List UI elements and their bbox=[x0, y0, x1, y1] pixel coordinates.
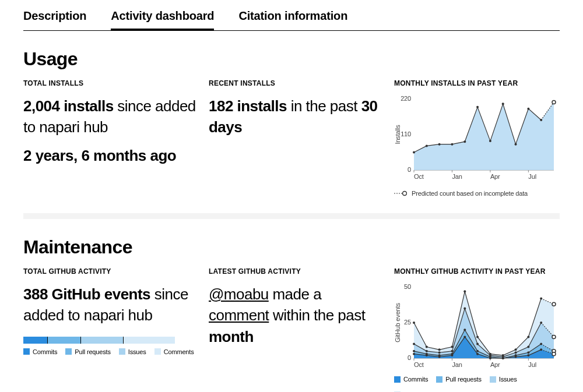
svg-point-23 bbox=[540, 119, 542, 121]
svg-point-74 bbox=[540, 343, 542, 345]
svg-text:Apr: Apr bbox=[490, 173, 500, 180]
svg-point-69 bbox=[476, 350, 479, 352]
svg-point-15 bbox=[438, 143, 441, 146]
svg-point-53 bbox=[426, 350, 428, 352]
svg-point-63 bbox=[552, 335, 556, 338]
svg-point-18 bbox=[476, 106, 479, 108]
usage-heading: Usage bbox=[23, 48, 560, 70]
svg-text:0: 0 bbox=[408, 166, 411, 173]
svg-text:25: 25 bbox=[404, 319, 411, 326]
svg-point-48 bbox=[515, 348, 517, 351]
svg-text:Installs: Installs bbox=[394, 125, 401, 144]
monthly-installs-chart-block: MONTHLY INSTALLS IN PAST YEAR 0110220Ins… bbox=[394, 79, 557, 197]
svg-point-20 bbox=[502, 103, 504, 105]
bar-issues bbox=[81, 337, 124, 344]
svg-text:Jan: Jan bbox=[452, 173, 462, 180]
total-github-label: TOTAL GITHUB ACTIVITY bbox=[23, 267, 198, 276]
svg-point-50 bbox=[540, 298, 542, 300]
svg-point-19 bbox=[489, 140, 491, 142]
svg-point-17 bbox=[463, 140, 466, 143]
svg-point-61 bbox=[527, 345, 529, 348]
svg-point-62 bbox=[540, 322, 542, 324]
svg-point-14 bbox=[426, 144, 428, 147]
monthly-github-chart-label: MONTHLY GITHUB ACTIVITY IN PAST YEAR bbox=[394, 267, 557, 276]
swatch-issues-2 bbox=[490, 376, 496, 383]
latest-github-block: LATEST GITHUB ACTIVITY @moabu made a com… bbox=[209, 267, 384, 347]
bar-comments bbox=[124, 337, 175, 344]
section-divider bbox=[23, 213, 560, 219]
svg-point-86 bbox=[540, 348, 542, 351]
svg-point-80 bbox=[463, 336, 466, 338]
bar-commits bbox=[23, 337, 48, 344]
svg-point-16 bbox=[451, 143, 453, 146]
latest-github-text: @moabu made a comment within the past mo… bbox=[209, 284, 384, 347]
bar-prs bbox=[48, 337, 81, 344]
latest-github-label: LATEST GITHUB ACTIVITY bbox=[209, 267, 384, 276]
svg-point-78 bbox=[438, 356, 441, 358]
tabs: Description Activity dashboard Citation … bbox=[23, 0, 560, 31]
svg-point-54 bbox=[438, 351, 441, 354]
tab-activity-dashboard[interactable]: Activity dashboard bbox=[111, 5, 214, 31]
activity-breakdown-bar bbox=[23, 337, 175, 344]
svg-point-85 bbox=[527, 354, 529, 356]
svg-point-40 bbox=[413, 322, 415, 324]
github-chart-legend: Commits Pull requests Issues Comments bbox=[394, 376, 557, 392]
maintenance-heading: Maintenance bbox=[23, 236, 560, 258]
recent-installs-block: RECENT INSTALLS 182 installs in the past… bbox=[209, 79, 384, 138]
svg-text:50: 50 bbox=[404, 284, 411, 290]
svg-text:Jul: Jul bbox=[528, 361, 536, 368]
svg-point-83 bbox=[502, 357, 504, 359]
tab-citation-information[interactable]: Citation information bbox=[238, 5, 347, 30]
total-github-block: TOTAL GITHUB ACTIVITY 388 GitHub events … bbox=[23, 267, 198, 355]
svg-text:Oct: Oct bbox=[414, 173, 424, 180]
svg-point-87 bbox=[552, 352, 556, 356]
monthly-github-chart-block: MONTHLY GITHUB ACTIVITY IN PAST YEAR 025… bbox=[394, 267, 557, 392]
svg-point-56 bbox=[463, 308, 466, 310]
svg-point-79 bbox=[451, 354, 453, 356]
recent-installs-label: RECENT INSTALLS bbox=[209, 79, 384, 87]
svg-text:Oct: Oct bbox=[414, 361, 424, 368]
svg-point-84 bbox=[515, 356, 517, 358]
svg-point-57 bbox=[476, 343, 479, 345]
activity-breakdown-legend: Commits Pull requests Issues Comments bbox=[23, 348, 198, 355]
svg-text:Apr: Apr bbox=[490, 361, 500, 368]
svg-point-82 bbox=[489, 357, 491, 359]
swatch-issues bbox=[119, 348, 125, 355]
svg-point-13 bbox=[413, 151, 415, 154]
svg-point-81 bbox=[476, 353, 479, 355]
total-installs-text: 2,004 installs since added to napari hub bbox=[23, 96, 198, 138]
svg-point-42 bbox=[438, 348, 441, 351]
swatch-comments bbox=[154, 348, 161, 355]
svg-point-24 bbox=[552, 101, 556, 104]
total-github-text: 388 GitHub events since added to napari … bbox=[23, 284, 198, 326]
svg-point-22 bbox=[527, 108, 529, 110]
svg-point-73 bbox=[527, 351, 529, 354]
swatch-commits-2 bbox=[394, 376, 401, 383]
swatch-prs-2 bbox=[436, 376, 442, 383]
total-installs-age: 2 years, 6 months ago bbox=[23, 145, 198, 166]
svg-point-41 bbox=[426, 345, 428, 348]
total-installs-label: TOTAL INSTALLS bbox=[23, 79, 198, 87]
svg-point-21 bbox=[515, 143, 517, 146]
monthly-installs-chart-label: MONTHLY INSTALLS IN PAST YEAR bbox=[394, 79, 557, 87]
monthly-github-chart: 02550GitHub eventsOctJanAprJul bbox=[394, 284, 557, 371]
recent-installs-text: 182 installs in the past 30 days bbox=[209, 96, 384, 138]
svg-point-77 bbox=[426, 354, 428, 356]
svg-point-51 bbox=[552, 302, 556, 306]
tab-description[interactable]: Description bbox=[23, 5, 86, 30]
latest-user-link[interactable]: @moabu bbox=[209, 285, 269, 303]
svg-text:GitHub events: GitHub events bbox=[394, 303, 401, 342]
svg-point-60 bbox=[515, 351, 517, 354]
svg-text:220: 220 bbox=[401, 96, 411, 102]
monthly-installs-chart: 0110220InstallsOctJanAprJul bbox=[394, 96, 557, 183]
svg-point-26 bbox=[403, 192, 407, 196]
total-installs-block: TOTAL INSTALLS 2,004 installs since adde… bbox=[23, 79, 198, 166]
latest-action-link[interactable]: comment bbox=[209, 306, 269, 324]
svg-point-76 bbox=[413, 353, 415, 355]
svg-text:110: 110 bbox=[401, 130, 411, 137]
svg-point-68 bbox=[463, 329, 466, 331]
svg-point-64 bbox=[413, 350, 415, 352]
swatch-commits bbox=[23, 348, 30, 355]
svg-point-52 bbox=[413, 343, 415, 345]
svg-text:0: 0 bbox=[408, 354, 411, 361]
